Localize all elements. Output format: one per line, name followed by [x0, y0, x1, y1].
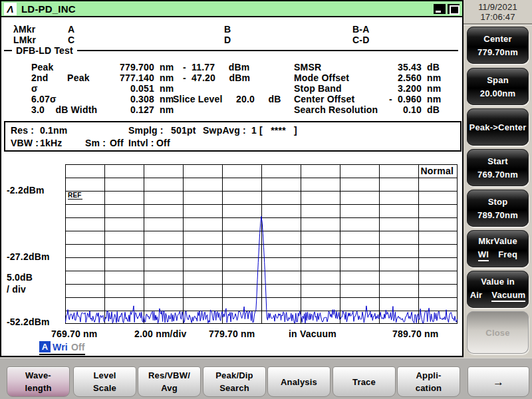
sidebar-divider [464, 23, 532, 25]
measure-label: 6.07σ [31, 94, 57, 104]
softkey-label: Stop [488, 197, 508, 207]
span-softkey[interactable]: Span 20.00nm [467, 68, 529, 105]
swpavg-value: 1 [ **** ] [251, 125, 297, 136]
measure-unit: nm [160, 94, 174, 104]
start-softkey[interactable]: Start 769.70nm [467, 149, 529, 186]
sm-label: Sm : [85, 138, 106, 148]
measure-value: 779.700 [94, 62, 154, 72]
peak-to-center-softkey[interactable]: Peak->Center [467, 108, 529, 146]
measure-value: 35.43 [360, 62, 422, 72]
measure-label: 2nd Peak [31, 72, 90, 83]
trace-status[interactable]: A Wri Off [39, 341, 85, 355]
titlebar[interactable]: Λ LD-PD_INC [1, 1, 462, 17]
analysis-legend-label: DFB-LD Test [12, 45, 77, 56]
minimize-icon[interactable] [434, 4, 446, 14]
measure-extra: Slice Level 20.0 dB [173, 94, 281, 104]
marker-value-softkey[interactable]: MkrValue Wl Freq [467, 230, 529, 267]
measure-label: Stop Band [294, 83, 342, 94]
menu-label: Analysis [281, 376, 317, 388]
date-label: 11/9/2021 [464, 2, 532, 12]
value-in-softkey[interactable]: Value in Air Vacuum [467, 271, 529, 308]
measure-value: - 0.960 [360, 94, 422, 104]
spectrum-chart [65, 164, 458, 324]
measure-label: Peak [31, 62, 54, 72]
x-axis-start-label: 769.70 nm [51, 329, 98, 339]
menu-label: Scale [93, 382, 116, 394]
maximize-icon[interactable] [448, 4, 460, 14]
softkey-value: 789.70nm [477, 210, 518, 220]
menu-level-scale-button[interactable]: Level Scale [73, 366, 136, 397]
measure-label: 3.0 dB Width [31, 104, 97, 115]
measure-value: 2.560 [360, 72, 422, 83]
sm-value: Off [110, 138, 124, 148]
softkey-label: Close [485, 328, 509, 338]
softkey-value: 779.70nm [477, 47, 518, 57]
menu-label: Appli- [416, 369, 441, 382]
measure-value: 3.200 [360, 83, 422, 94]
spectrum-svg [65, 164, 458, 324]
y-axis-mid-label: -27.2dBm [7, 251, 50, 262]
app-logo-icon: Λ [4, 3, 17, 15]
wavelength-marker-label: λMkr [13, 24, 35, 35]
ref-level-tag: REF [68, 192, 82, 200]
menu-wavelength-button[interactable]: Wave- length [7, 366, 70, 397]
center-softkey[interactable]: Center 779.70nm [467, 27, 529, 64]
legend-rule [77, 50, 458, 51]
window-title: LD-PD_INC [21, 3, 76, 15]
trace-write-mode: Wri [53, 342, 68, 352]
marker-b-label: B [224, 24, 231, 35]
x-axis-center-label: 779.70 nm [209, 329, 255, 339]
sweep-mode-tag: Normal [374, 166, 454, 176]
measure-unit: nm [427, 83, 441, 94]
softkey-sidebar: 11/9/2021 17:06:47 Center 779.70nm Span … [464, 0, 532, 359]
close-softkey[interactable]: Close [467, 311, 529, 354]
analysis-legend-row: DFB-LD Test [4, 45, 458, 56]
measure-unit: nm [160, 83, 174, 94]
softkey-label: MkrValue [478, 236, 517, 246]
stop-softkey[interactable]: Stop 789.70nm [467, 190, 529, 227]
menu-peak-dip-search-button[interactable]: Peak/Dip Search [203, 366, 266, 397]
level-marker-label: LMkr [13, 35, 36, 45]
sweep-settings-box: Res : 0.1nm Smplg : 501pt SwpAvg : 1 [ *… [4, 121, 462, 152]
smplg-value: 501pt [171, 125, 196, 136]
right-arrow-icon: → [493, 376, 504, 388]
menu-analysis-button[interactable]: Analysis [267, 366, 331, 397]
measure-unit: nm [160, 104, 174, 115]
y-axis-ref-label: -2.2dBm [7, 185, 45, 196]
softkey-label: Center [483, 34, 511, 44]
menu-trace-button[interactable]: Trace [332, 366, 396, 397]
menu-more-button[interactable]: → [467, 366, 529, 397]
res-label: Res : [11, 125, 34, 136]
menu-application-button[interactable]: Appli- cation [397, 366, 460, 397]
air-option: Air [470, 290, 483, 302]
smplg-label: Smplg : [128, 125, 164, 136]
menu-label: Trace [352, 376, 376, 388]
bottom-menu-bar: Wave- length Level Scale Res/VBW/ Avg Pe… [0, 358, 532, 399]
measure-unit: nm [427, 72, 441, 83]
x-axis-scale-label: 2.00 nm/div [134, 329, 186, 339]
measure-unit: nm [427, 94, 441, 104]
measure-value: 0.10 [360, 104, 422, 115]
swpavg-label: SwpAvg : [203, 125, 246, 136]
measure-unit: nm [160, 62, 174, 72]
vacuum-option: Vacuum [491, 290, 525, 302]
measure-extra: - 11.77 dBm [183, 62, 249, 72]
menu-label: Avg [161, 382, 178, 394]
vbw-label: VBW : [11, 138, 39, 148]
res-value: 0.1nm [40, 125, 67, 136]
marker-c-label: C [68, 35, 74, 45]
menu-res-vbw-avg-button[interactable]: Res/VBW/ Avg [138, 366, 201, 397]
y-axis-bottom-label: -52.2dBm [7, 317, 50, 327]
intvl-label: Intvl : [128, 138, 154, 148]
measure-label: Center Offset [294, 94, 354, 104]
softkey-label: Value in [481, 277, 515, 287]
marker-cd-label: C-D [352, 35, 369, 45]
measure-unit: dB [427, 62, 440, 72]
vbw-value: 1kHz [40, 138, 62, 148]
menu-label: Wave- [25, 369, 51, 382]
x-axis-medium-label: in Vacuum [289, 329, 336, 339]
marker-a-label: A [68, 24, 74, 35]
marker-d-label: D [224, 35, 231, 45]
measure-value: 0.308 [94, 94, 154, 104]
softkey-value: 769.70nm [477, 170, 518, 180]
